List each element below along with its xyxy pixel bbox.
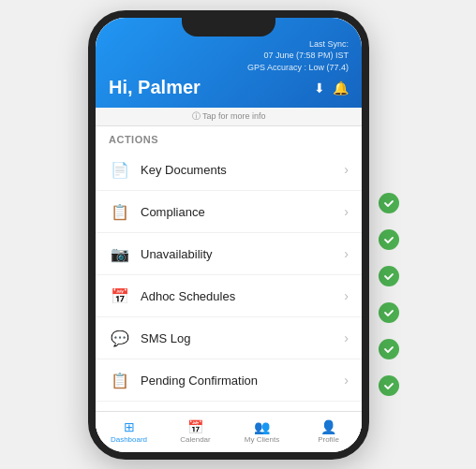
check-badge-5 [379, 339, 399, 359]
bottom-nav: ⊞ Dashboard 📅 Calendar 👥 My Clients 👤 Pr… [96, 411, 362, 452]
check-badge-3 [379, 266, 399, 286]
adhoc-schedules-chevron: › [344, 288, 349, 303]
sync-info: Last Sync: 07 June (7:58 PM) IST GPS Acc… [109, 38, 349, 74]
sms-log-label: SMS Log [141, 331, 190, 345]
tap-bar[interactable]: ⓘ Tap for more info [96, 108, 362, 126]
calendar-icon: 📅 [187, 419, 203, 434]
phone-wrapper: Last Sync: 07 June (7:58 PM) IST GPS Acc… [88, 10, 388, 460]
compliance-icon: 📋 [109, 200, 131, 223]
nav-my-clients[interactable]: 👥 My Clients [229, 419, 295, 444]
nav-calendar[interactable]: 📅 Calendar [162, 419, 229, 444]
check-icons-column [379, 193, 399, 412]
download-icon[interactable]: ⬇ [314, 81, 325, 95]
greeting-row: Hi, Palmer ⬇ 🔔 [109, 77, 349, 98]
pending-confirmation-label: Pending Confirmation [141, 374, 258, 388]
dashboard-icon: ⊞ [124, 419, 135, 434]
my-clients-icon: 👥 [254, 419, 270, 434]
sync-date: 07 June (7:58 PM) IST [263, 51, 349, 60]
nav-dashboard[interactable]: ⊞ Dashboard [96, 419, 162, 444]
profile-icon: 👤 [320, 419, 336, 434]
nav-profile[interactable]: 👤 Profile [295, 419, 362, 444]
adhoc-schedules-icon: 📅 [109, 285, 131, 307]
profile-nav-label: Profile [318, 435, 339, 444]
tap-info-text: ⓘ Tap for more info [192, 111, 266, 121]
actions-panel: ACTIONS 📄 Key Documents › 📋 Compliance › [96, 126, 362, 444]
menu-item-unavailability[interactable]: 📷 Unavailability › [96, 233, 362, 275]
pending-confirmation-icon: 📋 [109, 369, 131, 391]
menu-item-pending-confirmation[interactable]: 📋 Pending Confirmation › [96, 359, 362, 402]
unavailability-chevron: › [344, 246, 349, 261]
menu-item-compliance[interactable]: 📋 Compliance › [96, 191, 362, 233]
check-badge-2 [379, 229, 399, 250]
phone-screen: Last Sync: 07 June (7:58 PM) IST GPS Acc… [96, 18, 362, 452]
header-icons: ⬇ 🔔 [314, 81, 349, 95]
key-documents-chevron: › [344, 162, 349, 177]
key-documents-label: Key Documents [141, 163, 227, 177]
bell-icon[interactable]: 🔔 [333, 81, 349, 95]
greeting-text: Hi, Palmer [109, 77, 201, 98]
last-sync-label: Last Sync: [309, 39, 349, 49]
check-badge-1 [379, 193, 399, 213]
actions-label: ACTIONS [96, 126, 362, 149]
unavailability-icon: 📷 [109, 242, 131, 265]
unavailability-label: Unavailability [141, 247, 213, 261]
menu-item-key-documents[interactable]: 📄 Key Documents › [96, 149, 362, 191]
calendar-nav-label: Calendar [180, 435, 210, 444]
pending-confirmation-chevron: › [344, 373, 349, 388]
menu-item-sms-log[interactable]: 💬 SMS Log › [96, 317, 362, 359]
check-badge-4 [379, 302, 399, 323]
phone-notch [182, 18, 275, 37]
compliance-label: Compliance [141, 205, 205, 219]
key-documents-icon: 📄 [109, 158, 131, 181]
sms-log-icon: 💬 [109, 327, 131, 349]
my-clients-nav-label: My Clients [245, 435, 279, 444]
gps-label: GPS Accuracy : Low (77.4) [247, 63, 349, 72]
phone-shell: Last Sync: 07 June (7:58 PM) IST GPS Acc… [88, 10, 369, 460]
menu-item-adhoc-schedules[interactable]: 📅 Adhoc Schedules › [96, 275, 362, 317]
dashboard-nav-label: Dashboard [111, 435, 147, 444]
compliance-chevron: › [344, 204, 349, 219]
sms-log-chevron: › [344, 330, 349, 345]
check-badge-6 [379, 375, 399, 396]
adhoc-schedules-label: Adhoc Schedules [141, 289, 235, 303]
